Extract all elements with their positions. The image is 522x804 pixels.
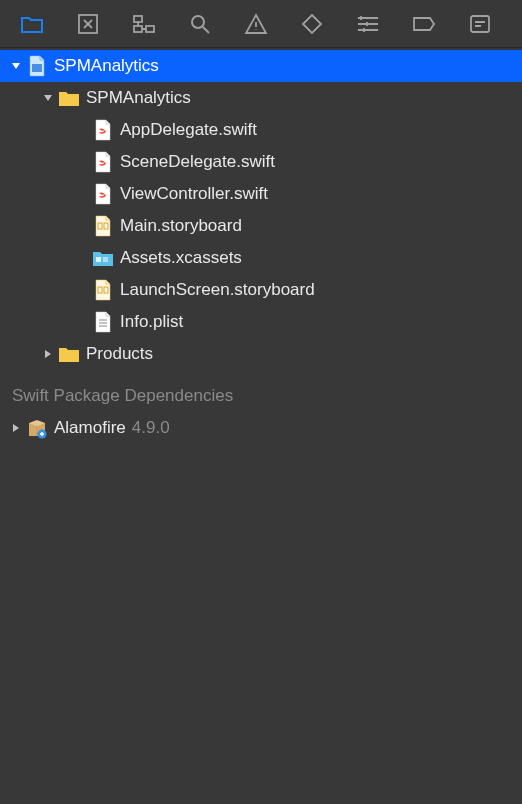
file-assets[interactable]: Assets.xcassets (0, 242, 522, 274)
file-scenedelegate[interactable]: SceneDelegate.swift (0, 146, 522, 178)
test-navigator-icon[interactable] (284, 0, 340, 48)
navigator-toolbar (0, 0, 522, 48)
xcodeproj-icon (26, 55, 48, 77)
debug-navigator-icon[interactable] (340, 0, 396, 48)
folder-label: SPMAnalytics (86, 88, 191, 108)
folder-spmanalytics[interactable]: SPMAnalytics (0, 82, 522, 114)
dependencies-section-header: Swift Package Dependencies (0, 370, 522, 412)
project-root[interactable]: SPMAnalytics (0, 50, 522, 82)
project-tree: SPMAnalytics SPMAnalytics AppDelegate.sw… (0, 48, 522, 444)
swift-file-icon (92, 183, 114, 205)
file-appdelegate[interactable]: AppDelegate.swift (0, 114, 522, 146)
file-label: Main.storyboard (120, 216, 242, 236)
svg-rect-6 (32, 64, 42, 72)
svg-rect-10 (103, 257, 108, 262)
swift-file-icon (92, 151, 114, 173)
package-icon (26, 417, 48, 439)
disclosure-triangle-closed[interactable] (40, 346, 56, 362)
storyboard-icon (92, 279, 114, 301)
file-launchscreen[interactable]: LaunchScreen.storyboard (0, 274, 522, 306)
issue-navigator-icon[interactable] (228, 0, 284, 48)
project-navigator-icon[interactable] (4, 0, 60, 48)
svg-rect-9 (96, 257, 101, 262)
dependency-name: Alamofire (54, 418, 126, 438)
svg-rect-3 (146, 26, 154, 32)
disclosure-triangle-open[interactable] (40, 90, 56, 106)
svg-point-4 (192, 16, 204, 28)
file-main-storyboard[interactable]: Main.storyboard (0, 210, 522, 242)
breakpoint-navigator-icon[interactable] (396, 0, 452, 48)
file-viewcontroller[interactable]: ViewController.swift (0, 178, 522, 210)
source-control-navigator-icon[interactable] (60, 0, 116, 48)
file-label: SceneDelegate.swift (120, 152, 275, 172)
report-navigator-icon[interactable] (452, 0, 508, 48)
folder-icon (58, 343, 80, 365)
swift-file-icon (92, 119, 114, 141)
project-name-label: SPMAnalytics (54, 56, 159, 76)
file-label: Assets.xcassets (120, 248, 242, 268)
file-infoplist[interactable]: Info.plist (0, 306, 522, 338)
svg-rect-1 (134, 16, 142, 22)
folder-icon (58, 87, 80, 109)
svg-rect-2 (134, 26, 142, 32)
storyboard-icon (92, 215, 114, 237)
symbol-navigator-icon[interactable] (116, 0, 172, 48)
file-label: AppDelegate.swift (120, 120, 257, 140)
file-label: ViewController.swift (120, 184, 268, 204)
disclosure-triangle-open[interactable] (8, 58, 24, 74)
folder-label: Products (86, 344, 153, 364)
dependency-version: 4.9.0 (132, 418, 170, 438)
find-navigator-icon[interactable] (172, 0, 228, 48)
file-label: Info.plist (120, 312, 183, 332)
dependency-alamofire[interactable]: Alamofire 4.9.0 (0, 412, 522, 444)
file-label: LaunchScreen.storyboard (120, 280, 315, 300)
disclosure-triangle-closed[interactable] (8, 420, 24, 436)
folder-products[interactable]: Products (0, 338, 522, 370)
plist-icon (92, 311, 114, 333)
svg-rect-5 (471, 16, 489, 32)
assets-icon (92, 247, 114, 269)
